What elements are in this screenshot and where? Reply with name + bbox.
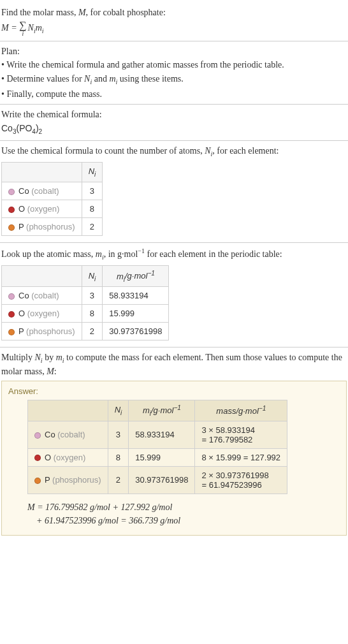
chemical-formula: Co3(PO4)2 bbox=[1, 122, 347, 136]
table-header-blank bbox=[2, 266, 82, 287]
table-header-ni: Ni bbox=[82, 266, 103, 287]
formula-heading: Write the chemical formula: bbox=[1, 108, 347, 121]
table-header-blank bbox=[28, 400, 108, 421]
sigma-symbol: ∑ bbox=[19, 20, 26, 31]
table-header-blank bbox=[2, 163, 82, 182]
answer-label: Answer: bbox=[8, 386, 340, 396]
table-row: Co (cobalt) 3 58.933194 3 × 58.933194= 1… bbox=[28, 421, 287, 448]
count-heading: Use the chemical formula to count the nu… bbox=[1, 145, 347, 159]
mass-calc: 8 × 15.999 = 127.992 bbox=[195, 448, 287, 466]
answer-table: Ni mi/g·mol−1 mass/g·mol−1 Co (cobalt) 3… bbox=[27, 400, 287, 494]
mass-calc: 2 × 30.973761998= 61.947523996 bbox=[195, 466, 287, 494]
table-header-mass: mass/g·mol−1 bbox=[195, 400, 287, 421]
table-row: P (phosphorus) 2 30.973761998 2 × 30.973… bbox=[28, 466, 287, 494]
element-dot-icon bbox=[8, 224, 15, 231]
element-dot-icon bbox=[8, 311, 15, 318]
multiply-text: Multiply Ni by mi to compute the mass fo… bbox=[1, 351, 347, 377]
element-dot-icon bbox=[8, 293, 15, 300]
answer-box: Answer: Ni mi/g·mol−1 mass/g·mol−1 Co (c… bbox=[1, 381, 347, 536]
table-row: P (phosphorus) 2 bbox=[2, 217, 103, 235]
count-table: Ni Co (cobalt) 3 O (oxygen) 8 P (phospho… bbox=[1, 162, 103, 236]
mass-table: Ni mi/g·mol−1 Co (cobalt) 3 58.933194 O … bbox=[1, 265, 169, 340]
mass-section: Look up the atomic mass, mi, in g·mol−1 … bbox=[0, 243, 348, 348]
table-header-mi: mi/g·mol−1 bbox=[103, 266, 169, 287]
element-dot-icon bbox=[34, 478, 41, 484]
plan-bullet-1: • Write the chemical formula and gather … bbox=[1, 59, 347, 71]
table-row: P (phosphorus) 2 30.973761998 bbox=[2, 323, 169, 340]
table-row: Co (cobalt) 3 bbox=[2, 182, 103, 200]
count-section: Use the chemical formula to count the nu… bbox=[0, 141, 348, 243]
molar-mass-formula: M = ∑ i Nimi bbox=[1, 20, 347, 37]
table-row: O (oxygen) 8 bbox=[2, 200, 103, 217]
plan-heading: Plan: bbox=[1, 45, 347, 58]
mass-calc: 3 × 58.933194= 176.799582 bbox=[195, 421, 287, 448]
element-dot-icon bbox=[8, 189, 15, 195]
formula-section: Write the chemical formula: Co3(PO4)2 bbox=[0, 105, 348, 140]
plan-section: Plan: • Write the chemical formula and g… bbox=[0, 41, 348, 105]
multiply-section: Multiply Ni by mi to compute the mass fo… bbox=[0, 348, 348, 538]
table-header-ni: Ni bbox=[82, 163, 103, 182]
mass-heading: Look up the atomic mass, mi, in g·mol−1 … bbox=[1, 247, 347, 261]
intro-section: Find the molar mass, M, for cobalt phosp… bbox=[0, 3, 348, 41]
plan-bullet-2: • Determine values for Ni and mi using t… bbox=[1, 73, 347, 87]
final-sum: M = 176.799582 g/mol + 127.992 g/mol + 6… bbox=[27, 501, 340, 527]
intro-text: Find the molar mass, M, for cobalt phosp… bbox=[1, 6, 347, 19]
element-dot-icon bbox=[8, 329, 15, 335]
table-row: O (oxygen) 8 15.999 8 × 15.999 = 127.992 bbox=[28, 448, 287, 466]
plan-bullet-3: • Finally, compute the mass. bbox=[1, 88, 347, 101]
element-dot-icon bbox=[34, 455, 41, 461]
table-row: O (oxygen) 8 15.999 bbox=[2, 305, 169, 323]
element-dot-icon bbox=[34, 432, 41, 439]
sigma-index: i bbox=[22, 31, 24, 37]
element-dot-icon bbox=[8, 207, 15, 213]
table-row: Co (cobalt) 3 58.933194 bbox=[2, 287, 169, 305]
table-header-mi: mi/g·mol−1 bbox=[129, 400, 195, 421]
table-header-ni: Ni bbox=[108, 400, 129, 421]
